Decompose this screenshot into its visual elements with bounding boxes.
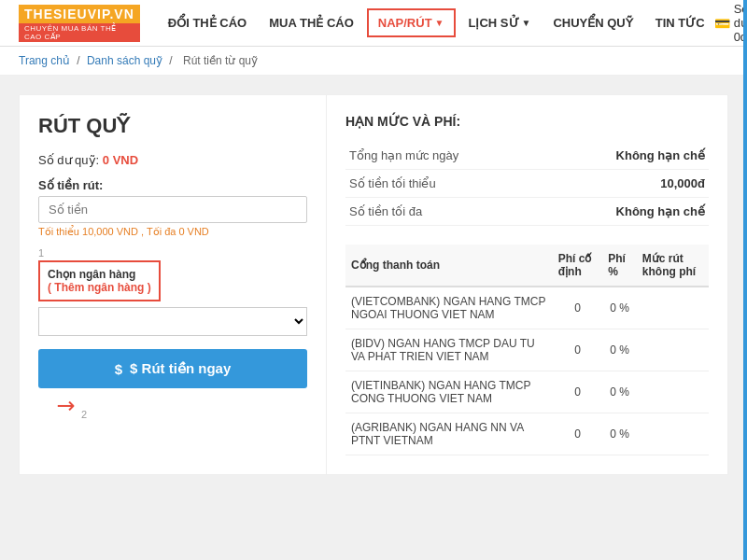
amount-label: Số tiền rút: xyxy=(38,178,307,192)
step-number-1: 1 xyxy=(38,247,307,259)
nav-item-chuyen-quy[interactable]: CHUYỂN QUỸ xyxy=(543,10,641,35)
bank-add-link[interactable]: ( Thêm ngân hàng ) xyxy=(48,281,151,294)
top-navigation: THESIEUVIP.VN CHUYÊN MUA BÁN THẺ CAO CẤP… xyxy=(0,0,747,47)
fee-percent: 0 % xyxy=(602,287,637,329)
bank-select-row xyxy=(38,307,307,336)
fee-free-level xyxy=(637,371,709,413)
breadcrumb: Trang chủ / Danh sách quỹ / Rút tiền từ … xyxy=(0,47,747,76)
limit-label: Số tiền tối đa xyxy=(345,198,544,226)
nav-item-nap-rut[interactable]: NAP/RÚT ▼ xyxy=(367,8,456,37)
balance-display: 💳 Số dư: 0đ xyxy=(714,2,747,44)
wallet-icon: 💳 xyxy=(714,16,730,31)
nav-menu: ĐỔI THẺ CÁO MUA THẺ CÁO NAP/RÚT ▼ LỊCH S… xyxy=(159,8,714,37)
nav-item-lich-su[interactable]: LỊCH SỬ ▼ xyxy=(459,10,541,35)
col-header-fixed-fee: Phí cố định xyxy=(553,245,603,287)
fee-fixed: 0 xyxy=(553,287,603,329)
balance-amount: 0 VND xyxy=(103,153,138,167)
amount-input[interactable] xyxy=(38,196,307,223)
chevron-down-icon: ▼ xyxy=(435,18,444,28)
fee-percent: 0 % xyxy=(602,329,637,371)
limit-row: Số tiền tối thiểu 10,000đ xyxy=(345,170,709,198)
fee-table-header-row: Cổng thanh toán Phí cố định Phí % Mức rú… xyxy=(345,245,709,287)
page-title: RÚT QUỸ xyxy=(38,114,307,138)
amount-hint: Tối thiểu 10,000 VND , Tối đa 0 VND xyxy=(38,226,307,238)
annotation-number-2: 2 xyxy=(81,409,87,420)
limit-row: Số tiền tối đa Không hạn chế xyxy=(345,198,709,226)
nav-item-mua-the-cao[interactable]: MUA THẺ CÁO xyxy=(260,10,363,35)
nav-right: 💳 Số dư: 0đ xyxy=(714,2,747,44)
amount-form-group: Số tiền rút: Tối thiểu 10,000 VND , Tối … xyxy=(38,178,307,238)
submit-label: $ Rút tiền ngay xyxy=(130,360,231,377)
breadcrumb-current: Rút tiền từ quỹ xyxy=(183,54,258,67)
arrow-annotation: ↗ 2 xyxy=(38,392,307,420)
section-title: HẠN MỨC VÀ PHÍ: xyxy=(345,114,709,129)
submit-button[interactable]: $ $ Rút tiền ngay xyxy=(38,349,307,388)
col-header-free-level: Mức rút không phí xyxy=(637,245,709,287)
col-header-bank: Cổng thanh toán xyxy=(345,245,553,287)
fee-fixed: 0 xyxy=(553,329,603,371)
fee-table-row: (VIETINBANK) NGAN HANG TMCP CONG THUONG … xyxy=(345,371,709,413)
bank-select[interactable] xyxy=(38,307,307,336)
left-panel: RÚT QUỸ Số dư quỹ: 0 VND Số tiền rút: Tố… xyxy=(19,94,327,475)
col-header-percent-fee: Phí % xyxy=(602,245,637,287)
right-panel: HẠN MỨC VÀ PHÍ: Tổng hạn mức ngày Không … xyxy=(327,94,728,475)
balance-row: Số dư quỹ: 0 VND xyxy=(38,153,307,167)
logo-bottom: CHUYÊN MUA BÁN THẺ CAO CẤP xyxy=(19,23,140,42)
nav-item-tin-tuc[interactable]: TIN TỨC xyxy=(646,10,714,35)
submit-icon: $ xyxy=(115,361,122,377)
fee-bank-name: (AGRIBANK) NGAN HANG NN VA PTNT VIETNAM xyxy=(345,413,553,455)
breadcrumb-home[interactable]: Trang chủ xyxy=(19,54,70,67)
bank-select-section: 1 Chọn ngân hàng ( Thêm ngân hàng ) xyxy=(38,247,307,336)
fee-table-row: (AGRIBANK) NGAN HANG NN VA PTNT VIETNAM … xyxy=(345,413,709,455)
fee-table: Cổng thanh toán Phí cố định Phí % Mức rú… xyxy=(345,245,709,455)
limit-value: Không hạn chế xyxy=(544,198,709,226)
limit-value: Không hạn chế xyxy=(544,142,709,170)
fee-percent: 0 % xyxy=(602,413,637,455)
chevron-down-icon: ▼ xyxy=(522,18,531,28)
logo[interactable]: THESIEUVIP.VN CHUYÊN MUA BÁN THẺ CAO CẤP xyxy=(19,5,140,42)
fee-fixed: 0 xyxy=(553,413,603,455)
fee-table-row: (BIDV) NGAN HANG TMCP DAU TU VA PHAT TRI… xyxy=(345,329,709,371)
main-content: RÚT QUỸ Số dư quỹ: 0 VND Số tiền rút: Tố… xyxy=(0,76,747,494)
fee-bank-name: (BIDV) NGAN HANG TMCP DAU TU VA PHAT TRI… xyxy=(345,329,553,371)
balance-label: Số dư quỹ: xyxy=(38,153,99,167)
fee-fixed: 0 xyxy=(553,371,603,413)
limit-value: 10,000đ xyxy=(544,170,709,198)
limit-row: Tổng hạn mức ngày Không hạn chế xyxy=(345,142,709,170)
right-border-accent xyxy=(743,0,747,494)
fee-free-level xyxy=(637,287,709,329)
arrow-icon: ↗ xyxy=(50,389,82,421)
limit-table: Tổng hạn mức ngày Không hạn chế Số tiền … xyxy=(345,142,709,226)
fee-percent: 0 % xyxy=(602,371,637,413)
fee-bank-name: (VIETCOMBANK) NGAN HANG TMCP NGOAI THUON… xyxy=(345,287,553,329)
fee-table-row: (VIETCOMBANK) NGAN HANG TMCP NGOAI THUON… xyxy=(345,287,709,329)
fee-bank-name: (VIETINBANK) NGAN HANG TMCP CONG THUONG … xyxy=(345,371,553,413)
bank-label-text: Chọn ngân hàng xyxy=(48,268,135,281)
limit-label: Tổng hạn mức ngày xyxy=(345,142,544,170)
breadcrumb-danh-sach-quy[interactable]: Danh sách quỹ xyxy=(87,54,162,67)
nav-item-doi-the-cao[interactable]: ĐỔI THẺ CÁO xyxy=(159,10,256,35)
fee-free-level xyxy=(637,413,709,455)
fee-free-level xyxy=(637,329,709,371)
bank-label-box: Chọn ngân hàng ( Thêm ngân hàng ) xyxy=(38,260,161,301)
limit-label: Số tiền tối thiểu xyxy=(345,170,544,198)
logo-top: THESIEUVIP.VN xyxy=(19,5,140,23)
